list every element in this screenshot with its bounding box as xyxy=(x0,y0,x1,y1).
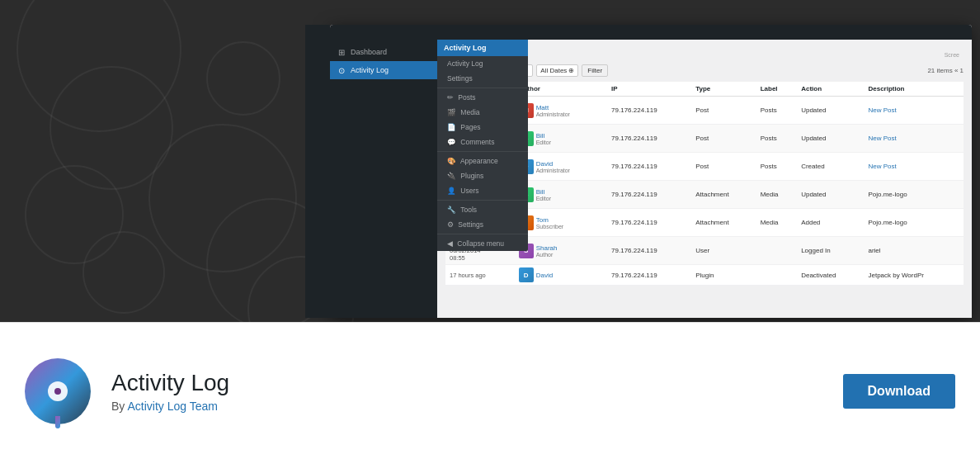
submenu-item-comments[interactable]: 💬 Comments xyxy=(437,135,528,149)
cell-author: DDavid xyxy=(515,265,607,286)
cell-ip: 79.176.224.119 xyxy=(607,181,691,209)
plugin-icon xyxy=(25,358,91,424)
cell-author: DDavidAdministrator xyxy=(515,153,607,181)
submenu-item-plugins[interactable]: 🔌 Plugins xyxy=(437,168,528,183)
cell-action: Updated xyxy=(797,97,864,125)
cell-author: BBillEditor xyxy=(515,125,607,153)
filter-all-dates[interactable]: All Dates ⊕ xyxy=(536,64,578,77)
cell-label xyxy=(756,237,797,265)
submenu-item-users[interactable]: 👤 Users xyxy=(437,183,528,198)
cell-description: Jetpack by WordPr xyxy=(864,265,964,286)
cell-type: Post xyxy=(691,125,756,153)
col-description: Description xyxy=(864,82,964,97)
submenu-item-settings-main[interactable]: ⚙ Settings xyxy=(437,217,528,232)
cell-description: ariel xyxy=(864,237,964,265)
col-author: Author xyxy=(515,82,607,97)
author-role: Author xyxy=(536,252,558,258)
submenu-item-pages[interactable]: 📄 Pages xyxy=(437,120,528,135)
submenu-item-appearance[interactable]: 🎨 Appearance xyxy=(437,154,528,168)
download-button[interactable]: Download xyxy=(843,374,955,409)
cell-action: Added xyxy=(797,209,864,237)
screen-label: Scree xyxy=(945,52,959,58)
cell-type: Post xyxy=(691,97,756,125)
author-name: Tom xyxy=(536,216,563,224)
sidebar-item-activity-log[interactable]: ⊙ Activity Log xyxy=(330,61,437,79)
cell-description: New Post xyxy=(864,153,964,181)
submenu-item-tools[interactable]: 🔧 Tools xyxy=(437,202,528,217)
cell-label: Posts xyxy=(756,97,797,125)
submenu-item-activity-log[interactable]: Activity Log xyxy=(437,56,528,71)
plugin-author: By Activity Log Team xyxy=(111,400,843,413)
cell-date: 17 hours ago xyxy=(445,265,515,286)
chevron-down-icon-3: ⊕ xyxy=(568,67,574,74)
sidebar-partial xyxy=(305,25,330,318)
submenu-header: Activity Log xyxy=(437,40,528,56)
cell-label: Media xyxy=(756,209,797,237)
author-role: Subscriber xyxy=(536,224,563,230)
cell-type: Plugin xyxy=(691,265,756,286)
dashboard-icon: ⊞ xyxy=(337,47,346,57)
cell-action: Updated xyxy=(797,181,864,209)
cell-ip: 79.176.224.119 xyxy=(607,237,691,265)
table-row: 17 hours agoDDavid79.176.224.119PluginDe… xyxy=(445,265,964,286)
cell-ip: 79.176.224.119 xyxy=(607,265,691,286)
cell-author: SSharahAuthor xyxy=(515,237,607,265)
wp-submenu: Activity Log Activity Log Settings ✏ Pos… xyxy=(437,40,528,251)
cell-author: TTomSubscriber xyxy=(515,209,607,237)
cell-ip: 79.176.224.119 xyxy=(607,125,691,153)
col-ip: IP xyxy=(607,82,691,97)
author-name: Sharah xyxy=(536,244,558,252)
cell-type: Attachment xyxy=(691,181,756,209)
plugin-info: Activity Log By Activity Log Team xyxy=(111,369,843,414)
items-count: 21 items « 1 xyxy=(927,67,964,74)
cell-label xyxy=(756,265,797,286)
filter-button[interactable]: Filter xyxy=(582,64,608,77)
cell-description: New Post xyxy=(864,125,964,153)
cell-type: Post xyxy=(691,153,756,181)
cell-type: User xyxy=(691,237,756,265)
author-role: Editor xyxy=(536,196,551,201)
author-role: Administrator xyxy=(536,111,570,117)
cell-ip: 79.176.224.119 xyxy=(607,97,691,125)
screenshot-area: Scree ⊞ Dashboard ⊙ Activity Log Activit… xyxy=(0,0,980,322)
cell-action: Deactivated xyxy=(797,265,864,286)
submenu-item-collapse[interactable]: ◀ Collapse menu xyxy=(437,236,528,251)
plugin-name: Activity Log xyxy=(111,369,843,397)
submenu-item-media[interactable]: 🎬 Media xyxy=(437,105,528,120)
col-action: Action xyxy=(797,82,864,97)
author-name: Bill xyxy=(536,132,551,140)
wp-sidebar: ⊞ Dashboard ⊙ Activity Log xyxy=(330,40,437,318)
cell-label: Posts xyxy=(756,125,797,153)
plugin-info-area: Activity Log By Activity Log Team Downlo… xyxy=(0,322,980,459)
col-type: Type xyxy=(691,82,756,97)
author-role: Editor xyxy=(536,140,551,145)
cell-author: MMattAdministrator xyxy=(515,97,607,125)
activity-log-icon: ⊙ xyxy=(337,65,346,75)
plugin-author-link[interactable]: Activity Log Team xyxy=(127,400,217,413)
submenu-item-posts[interactable]: ✏ Posts xyxy=(437,90,528,105)
author-name: David xyxy=(536,272,553,279)
cell-ip: 79.176.224.119 xyxy=(607,209,691,237)
cell-label: Media xyxy=(756,181,797,209)
plugin-icon-dot xyxy=(54,388,61,395)
cell-action: Logged In xyxy=(797,237,864,265)
author-role: Administrator xyxy=(536,168,570,173)
wp-top-bar: Scree xyxy=(330,25,972,40)
cell-type: Attachment xyxy=(691,209,756,237)
cell-action: Updated xyxy=(797,125,864,153)
col-label: Label xyxy=(756,82,797,97)
submenu-item-settings[interactable]: Settings xyxy=(437,71,528,86)
cell-author: BBillEditor xyxy=(515,181,607,209)
cell-ip: 79.176.224.119 xyxy=(607,153,691,181)
author-name: Matt xyxy=(536,104,570,111)
plugin-icon-inner xyxy=(48,381,68,401)
wp-mockup: Scree ⊞ Dashboard ⊙ Activity Log Activit… xyxy=(330,25,972,318)
cell-description: Pojo.me-logo xyxy=(864,181,964,209)
author-name: David xyxy=(536,160,570,168)
cell-description: New Post xyxy=(864,97,964,125)
author-name: Bill xyxy=(536,188,551,196)
cell-action: Created xyxy=(797,153,864,181)
sidebar-item-dashboard[interactable]: ⊞ Dashboard xyxy=(330,43,437,61)
cell-label: Posts xyxy=(756,153,797,181)
cell-description: Pojo.me-logo xyxy=(864,209,964,237)
